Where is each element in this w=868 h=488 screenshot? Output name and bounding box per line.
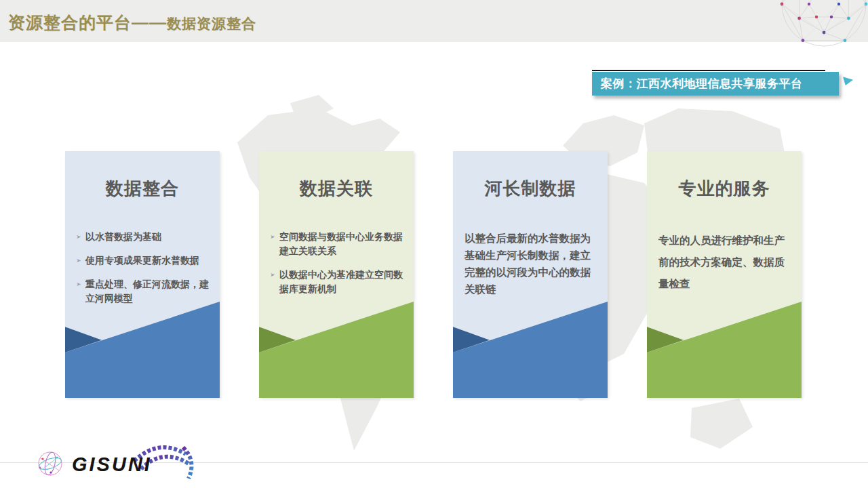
list-item: ➤ 以数据中心为基准建立空间数据库更新机制 bbox=[271, 268, 405, 296]
bullet-text: 空间数据与数据中心业务数据建立关联关系 bbox=[279, 230, 405, 258]
slide: 资源整合的平台——数据资源整合 bbox=[0, 0, 868, 488]
card-professional-service: 专业的服务 专业的人员进行维护和生产前的技术方案确定、数据质量检查 bbox=[647, 151, 802, 398]
card-data-integration: 数据整合 ➤ 以水普数据为基础 ➤ 使用专项成果更新水普数据 ➤ 重点处理、修正… bbox=[65, 151, 220, 398]
case-badge-label: 案例：江西水利地理信息共享服务平台 bbox=[601, 77, 803, 90]
list-item: ➤ 重点处理、修正河流数据，建立河网模型 bbox=[77, 277, 211, 306]
logo-wordmark: GISUNI bbox=[72, 453, 152, 475]
list-item: ➤ 空间数据与数据中心业务数据建立关联关系 bbox=[271, 230, 405, 258]
case-badge: 案例：江西水利地理信息共享服务平台 bbox=[592, 72, 839, 96]
card-paragraph: 以整合后最新的水普数据为基础生产河长制数据，建立完整的以河段为中心的数据关联链 bbox=[465, 230, 599, 298]
bullet-text: 重点处理、修正河流数据，建立河网模型 bbox=[85, 277, 211, 306]
card-title: 数据整合 bbox=[65, 151, 220, 201]
card-body: 以整合后最新的水普数据为基础生产河长制数据，建立完整的以河段为中心的数据关联链 bbox=[465, 230, 599, 298]
card-data-association: 数据关联 ➤ 空间数据与数据中心业务数据建立关联关系 ➤ 以数据中心为基准建立空… bbox=[259, 151, 414, 398]
card-title: 专业的服务 bbox=[647, 151, 802, 201]
card-body: ➤ 空间数据与数据中心业务数据建立关联关系 ➤ 以数据中心为基准建立空间数据库更… bbox=[271, 230, 405, 306]
wireframe-globe-icon bbox=[38, 451, 63, 476]
tiny-arrow-bullet-icon: ➤ bbox=[270, 230, 279, 244]
badge-top-rule bbox=[592, 70, 825, 71]
list-item: ➤ 使用专项成果更新水普数据 bbox=[77, 253, 211, 268]
bullet-text: 以水普数据为基础 bbox=[85, 230, 161, 244]
bullet-list: ➤ 以水普数据为基础 ➤ 使用专项成果更新水普数据 ➤ 重点处理、修正河流数据，… bbox=[77, 230, 211, 306]
card-title: 河长制数据 bbox=[453, 151, 608, 201]
page-title-sub: 数据资源整合 bbox=[167, 16, 256, 31]
tiny-arrow-bullet-icon: ➤ bbox=[76, 253, 85, 268]
card-body: ➤ 以水普数据为基础 ➤ 使用专项成果更新水普数据 ➤ 重点处理、修正河流数据，… bbox=[77, 230, 211, 315]
tiny-arrow-bullet-icon: ➤ bbox=[270, 268, 279, 282]
bullet-list: ➤ 空间数据与数据中心业务数据建立关联关系 ➤ 以数据中心为基准建立空间数据库更… bbox=[271, 230, 405, 296]
tiny-arrow-bullet-icon: ➤ bbox=[76, 230, 85, 244]
card-river-chief-data: 河长制数据 以整合后最新的水普数据为基础生产河长制数据，建立完整的以河段为中心的… bbox=[453, 151, 608, 398]
tiny-arrow-bullet-icon: ➤ bbox=[76, 277, 85, 291]
page-title: 资源整合的平台——数据资源整合 bbox=[8, 12, 256, 34]
cards-row: 数据整合 ➤ 以水普数据为基础 ➤ 使用专项成果更新水普数据 ➤ 重点处理、修正… bbox=[65, 151, 802, 398]
wireframe-globe-icon bbox=[760, 0, 868, 47]
card-title: 数据关联 bbox=[259, 151, 414, 201]
bullet-text: 以数据中心为基准建立空间数据库更新机制 bbox=[279, 268, 405, 296]
page-title-main: 资源整合的平台—— bbox=[8, 13, 167, 32]
card-paragraph: 专业的人员进行维护和生产前的技术方案确定、数据质量检查 bbox=[658, 230, 793, 294]
list-item: ➤ 以水普数据为基础 bbox=[77, 230, 211, 244]
card-body: 专业的人员进行维护和生产前的技术方案确定、数据质量检查 bbox=[658, 230, 793, 294]
footer-logo: GISUNI bbox=[33, 441, 216, 485]
bullet-text: 使用专项成果更新水普数据 bbox=[85, 253, 199, 268]
